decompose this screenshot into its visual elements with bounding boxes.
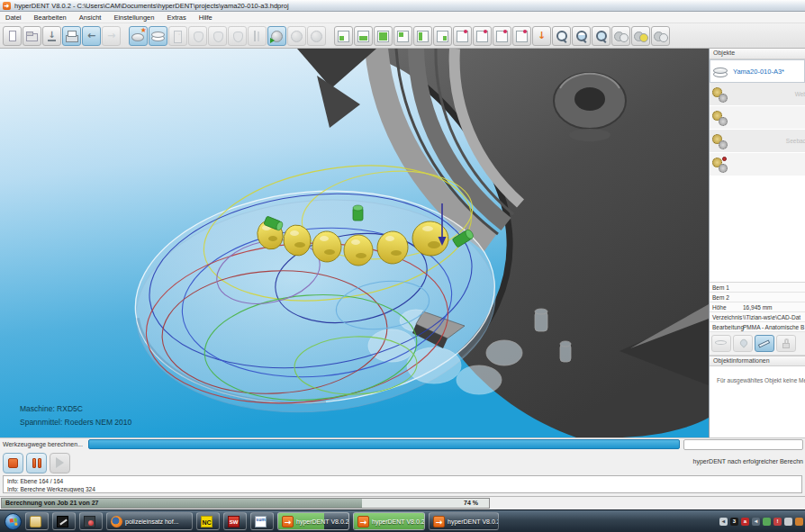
tray-printer-icon[interactable]: [784, 518, 792, 526]
view-bottom-button[interactable]: [354, 26, 373, 46]
new-project-button[interactable]: [3, 26, 22, 46]
view-iso-2-button[interactable]: [473, 26, 492, 46]
menu-item-extras[interactable]: Extras: [167, 14, 185, 22]
menu-item-hilfe[interactable]: Hilfe: [199, 14, 213, 22]
print-button[interactable]: [62, 26, 81, 46]
window-title: hyperDENT V8.0.2 - C:\Users\CAM\Document…: [14, 2, 289, 10]
simulation-button[interactable]: [287, 26, 306, 46]
tray-app-red-a-icon[interactable]: a: [741, 518, 749, 526]
objects-panel: Objekte Yama20-010-A3*Weber Frehse_Hüchl…: [709, 49, 805, 437]
nesting-button[interactable]: [267, 26, 286, 46]
measure-button[interactable]: [755, 335, 774, 352]
object-list-item-0[interactable]: Yama20-010-A3*: [710, 59, 805, 83]
object-list-item-4[interactable]: Bormann_Luden: [710, 153, 805, 176]
taskbar-item-label: hyperDENT V8.0.2...: [296, 518, 349, 525]
tray-app-notify-red-icon[interactable]: !: [773, 518, 782, 526]
hyperdent-application-window: ➜ hyperDENT V8.0.2 - C:\Users\CAM\Docume…: [0, 0, 805, 532]
forward-icon: [104, 30, 118, 42]
back-button[interactable]: [82, 26, 101, 46]
hyperdent-2-icon: →: [357, 516, 369, 527]
lock-button[interactable]: [776, 335, 796, 352]
tray-volume-icon[interactable]: ◄: [752, 518, 760, 526]
tray-app-black-3-icon[interactable]: 3: [730, 518, 738, 526]
view-bottom-right-button[interactable]: [433, 26, 452, 46]
tooth-bridge-button[interactable]: [208, 26, 227, 46]
taskbar-hyperdent-3[interactable]: →hyperDENT V8.0.2: [429, 512, 499, 530]
taskbar-hyperdent-2[interactable]: →hyperDENT V8.0.2...: [353, 512, 425, 530]
taskbar-items: polizeieinsatz hof...NCSWsum→hyperDENT V…: [25, 512, 499, 530]
render-shaded-button[interactable]: [611, 26, 630, 46]
viewport-3d-scene[interactable]: Maschine: RXD5C Spannmittel: Roeders NEM…: [0, 49, 709, 437]
taskbar-firefox[interactable]: polizeieinsatz hof...: [106, 512, 193, 530]
view-iso-1-button[interactable]: [453, 26, 472, 46]
blank-manager-button[interactable]: [149, 26, 167, 46]
blank-view-button[interactable]: [711, 335, 731, 352]
cube-icon: [475, 30, 489, 42]
measure-icon: [758, 339, 770, 347]
forward-button[interactable]: [102, 26, 121, 46]
globe-icon: [270, 30, 284, 42]
blank-new-button[interactable]: [129, 26, 148, 46]
taskbar-sum3d[interactable]: sum: [250, 512, 274, 530]
taskbar-nc[interactable]: NC: [196, 512, 220, 530]
tray-app-orange-icon[interactable]: [795, 518, 803, 526]
view-iso-4-button[interactable]: [512, 26, 531, 46]
tooth-crown-button[interactable]: [188, 26, 207, 46]
zoom-fit-button[interactable]: [592, 26, 611, 46]
render-highlight-button[interactable]: [631, 26, 650, 46]
tools-button[interactable]: [248, 26, 267, 46]
taskbar-item-label: hyperDENT V8.0.2...: [372, 518, 425, 525]
open-project-button[interactable]: [23, 26, 41, 46]
view-down-button[interactable]: [532, 26, 551, 46]
hyperdent-1-icon: →: [282, 516, 294, 527]
zoom-window-button[interactable]: [572, 26, 591, 46]
taskbar-item-label: hyperDENT V8.0.2: [448, 518, 499, 525]
taskbar-tool-black[interactable]: [52, 512, 76, 530]
menu-item-ansicht[interactable]: Ansicht: [79, 14, 102, 22]
app-icon: ➜: [3, 2, 11, 10]
material-drop-button[interactable]: [733, 335, 753, 352]
menu-item-datei[interactable]: Datei: [5, 14, 22, 22]
explorer-icon: [30, 516, 41, 527]
view-top-left-button[interactable]: [393, 26, 412, 46]
zoom-in-button[interactable]: [552, 26, 571, 46]
render-wire-button[interactable]: [651, 26, 670, 46]
view-left-button[interactable]: [413, 26, 432, 46]
property-value: \\Tizian-ws\e\CAD-Dat: [743, 314, 800, 320]
property-row-2: Höhe16,945 mm: [710, 302, 805, 312]
exit-blank-button[interactable]: [168, 26, 187, 46]
object-list-item-2[interactable]: Bormann_Russ: [710, 106, 805, 130]
view-front-button[interactable]: [374, 26, 393, 46]
gears-icon: [711, 109, 729, 127]
menu-item-einstellungen[interactable]: Einstellungen: [113, 14, 154, 22]
tray-app-green-icon[interactable]: [763, 518, 771, 526]
menu-item-bearbeiten[interactable]: Bearbeiten: [34, 14, 67, 22]
view-bottom-left-button[interactable]: [334, 26, 353, 46]
object-list-item-3[interactable]: Seebach_Gossler-Möcel: [710, 130, 805, 153]
media3d-icon: [84, 516, 95, 527]
drop-icon: [738, 338, 748, 347]
view-iso-3-button[interactable]: [493, 26, 511, 46]
taskbar-sw[interactable]: SW: [223, 512, 247, 530]
taskbar-item-label: polizeieinsatz hof...: [125, 518, 179, 525]
tooth-abutment-button[interactable]: [228, 26, 247, 46]
progress-side-box: [683, 439, 803, 450]
resume-button[interactable]: [50, 453, 70, 473]
start-button[interactable]: [5, 513, 22, 530]
import-button[interactable]: [42, 26, 61, 46]
import-icon: [45, 30, 59, 42]
stop-button[interactable]: [3, 453, 23, 473]
firefox-icon: [111, 516, 122, 527]
completion-message: hyperDENT nach erfolgreicher Berechn: [693, 458, 803, 464]
tools-icon: [250, 30, 264, 42]
viewport-3d[interactable]: Maschine: RXD5C Spannmittel: Roeders NEM…: [0, 49, 709, 437]
taskbar-explorer[interactable]: [25, 512, 49, 530]
pause-button[interactable]: [26, 453, 47, 473]
object-list-item-1[interactable]: Weber Frehse_Hüchl: [710, 83, 805, 106]
property-row-3: Verzeichnis\\Tizian-ws\e\CAD-Dat: [710, 312, 805, 322]
machining-button[interactable]: [307, 26, 326, 46]
taskbar-media3d[interactable]: [79, 512, 103, 530]
taskbar-hyperdent-1[interactable]: →hyperDENT V8.0.2...: [277, 512, 349, 530]
cube-icon: [416, 30, 430, 42]
tray-show-hidden-icon[interactable]: ◂: [719, 518, 728, 526]
